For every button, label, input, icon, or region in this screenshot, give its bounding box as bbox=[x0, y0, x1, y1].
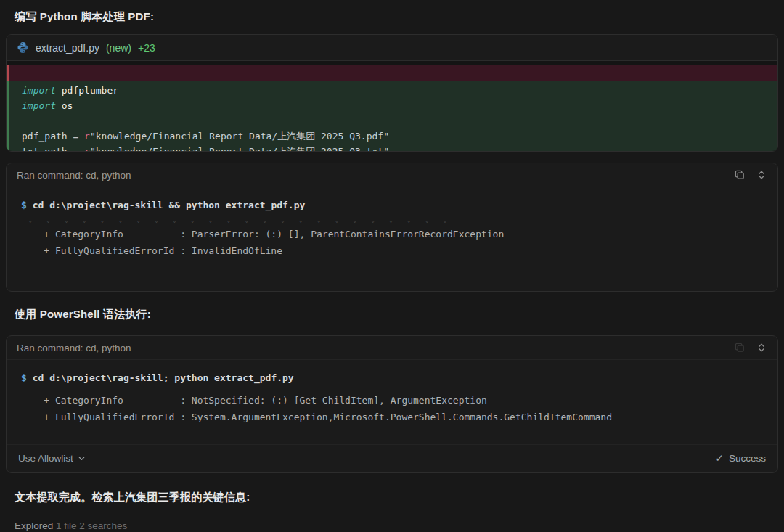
terminal-2-footer: Use Allowlist ✓ Success bbox=[7, 444, 777, 472]
terminal-output: + CategoryInfo : NotSpecified: (:) [Get-… bbox=[21, 392, 763, 425]
code-line: txt_path = r"knowledge/Financial Report … bbox=[9, 144, 777, 151]
chevron-down-icon bbox=[78, 454, 86, 462]
use-allowlist-label: Use Allowlist bbox=[18, 453, 73, 464]
shell-prompt: $ bbox=[21, 372, 33, 383]
terminal-output-line: + CategoryInfo : ParserError: (:) [], Pa… bbox=[21, 226, 763, 242]
expand-collapse-icon[interactable] bbox=[756, 342, 767, 353]
terminal-output-line: + CategoryInfo : NotSpecified: (:) [Get-… bbox=[21, 392, 763, 409]
terminal-card-2: Ran command: cd, python $ cd d:\project\… bbox=[6, 335, 778, 473]
status-badge: ✓ Success bbox=[715, 452, 766, 464]
terminal-gap bbox=[21, 385, 763, 392]
command-line: $ cd d:\project\rag-skill; python extrac… bbox=[21, 372, 763, 385]
terminal-run-label: Ran command: cd, python bbox=[17, 170, 131, 181]
terminal-padding bbox=[21, 425, 763, 444]
terminal-header-actions bbox=[734, 342, 767, 353]
copy-icon[interactable] bbox=[734, 169, 746, 181]
python-icon bbox=[17, 41, 29, 54]
shell-prompt: $ bbox=[21, 200, 33, 210]
code-card-header[interactable]: extract_pdf.py (new) +23 bbox=[7, 35, 777, 61]
code-filename: extract_pdf.py bbox=[36, 42, 99, 54]
lines-added-badge: +23 bbox=[138, 42, 155, 54]
terminal-1-header[interactable]: Ran command: cd, python bbox=[7, 163, 777, 187]
terminal-2-body: $ cd d:\project\rag-skill; python extrac… bbox=[7, 360, 777, 444]
code-diff-card: extract_pdf.py (new) +23 import pdfplumb… bbox=[6, 34, 778, 152]
terminal-header-actions bbox=[734, 169, 767, 181]
explored-summary[interactable]: Explored 1 file 2 searches bbox=[0, 507, 784, 531]
code-line: import os bbox=[9, 98, 777, 113]
status-label: Success bbox=[729, 453, 766, 464]
middle-text: 使用 PowerShell 语法执行: bbox=[0, 292, 784, 324]
copy-icon[interactable] bbox=[734, 342, 746, 353]
terminal-2-header[interactable]: Ran command: cd, python bbox=[7, 336, 777, 360]
closing-text: 文本提取完成。检索上汽集团三季报的关键信息: bbox=[0, 473, 784, 507]
file-new-badge: (new) bbox=[106, 42, 131, 54]
code-line: pdf_path = r"knowledge/Financial Report … bbox=[9, 128, 777, 144]
terminal-padding bbox=[21, 259, 763, 291]
expand-collapse-icon[interactable] bbox=[756, 169, 767, 181]
explored-label: Explored bbox=[15, 520, 53, 531]
terminal-run-label: Ran command: cd, python bbox=[17, 343, 131, 353]
code-line: import pdfplumber bbox=[9, 83, 777, 98]
terminal-output-line: + FullyQualifiedErrorId : System.Argumen… bbox=[21, 409, 763, 425]
terminal-output-line: + FullyQualifiedErrorId : InvalidEndOfLi… bbox=[21, 242, 763, 259]
terminal-card-1: Ran command: cd, python $ cd d:\project\… bbox=[6, 163, 778, 292]
diff-removed-line bbox=[7, 65, 777, 81]
command-text: cd d:\project\rag-skill; python extract_… bbox=[33, 372, 294, 383]
agent-transcript: 编写 Python 脚本处理 PDF: extract_pdf.py (new)… bbox=[0, 0, 784, 532]
terminal-output: + CategoryInfo : ParserError: (:) [], Pa… bbox=[21, 226, 763, 259]
use-allowlist-dropdown[interactable]: Use Allowlist bbox=[18, 453, 86, 464]
terminal-1-body: $ cd d:\project\rag-skill && python extr… bbox=[7, 187, 777, 291]
code-diff-body: import pdfplumberimport ospdf_path = r"k… bbox=[7, 61, 777, 151]
error-squiggle-row: ⌄ ⌄ ⌄ ⌄ ⌄ ⌄ ⌄ ⌄ ⌄ ⌄ ⌄ ⌄ ⌄ ⌄ ⌄ ⌄ ⌄ ⌄ ⌄ ⌄ … bbox=[28, 215, 763, 224]
diff-added-block: import pdfplumberimport ospdf_path = r"k… bbox=[7, 81, 777, 151]
command-text: cd d:\project\rag-skill && python extrac… bbox=[33, 200, 306, 210]
explored-detail: 1 file 2 searches bbox=[56, 520, 127, 531]
intro-text: 编写 Python 脚本处理 PDF: bbox=[0, 0, 784, 27]
code-line bbox=[9, 113, 777, 128]
command-line: $ cd d:\project\rag-skill && python extr… bbox=[21, 199, 763, 212]
check-icon: ✓ bbox=[715, 452, 724, 464]
